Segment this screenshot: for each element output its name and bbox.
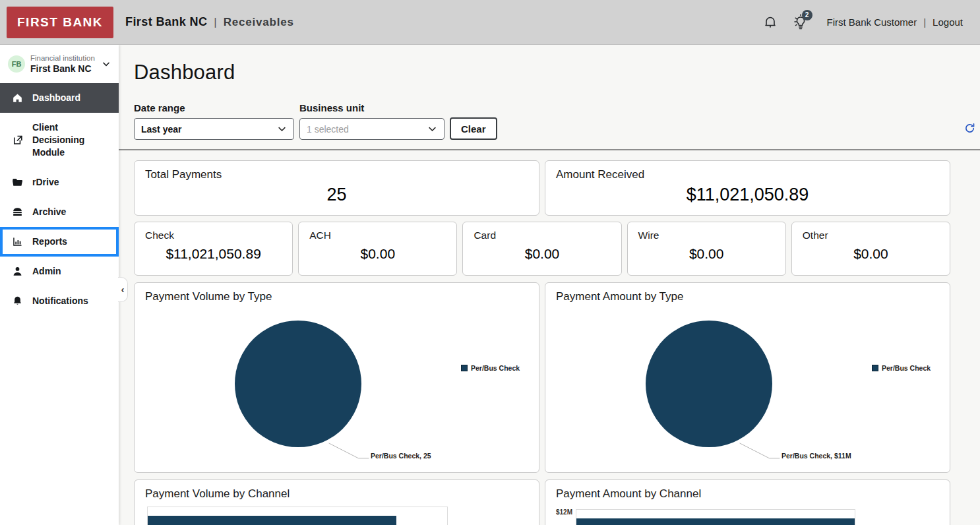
financial-institution-name: First Bank NC	[30, 63, 95, 74]
legend-label: Per/Bus Check	[882, 364, 931, 372]
date-range-value: Last year	[141, 124, 181, 135]
filter-bar: Date range Last year Business unit 1 sel…	[134, 102, 950, 140]
card-card: Card $0.00	[462, 222, 621, 276]
date-range-select[interactable]: Last year	[134, 118, 294, 140]
card-label: Total Payments	[145, 168, 528, 181]
payment-amount-by-channel-chart: Payment Amount by Channel $12M	[545, 479, 950, 525]
sidebar-item-label: Archive	[32, 206, 66, 218]
refresh-icon[interactable]	[964, 122, 976, 135]
legend-swatch	[461, 365, 468, 371]
external-link-icon	[11, 134, 24, 146]
card-value: $11,021,050.89	[556, 185, 939, 205]
logout-link[interactable]: Logout	[933, 16, 963, 28]
sidebar-item-label: Reports	[32, 235, 67, 248]
chart-title: Payment Volume by Channel	[145, 487, 528, 501]
sidebar-item-reports[interactable]: Reports	[0, 227, 119, 257]
chart-legend: Per/Bus Check	[872, 364, 931, 372]
sidebar-item-client-decisioning-module[interactable]: Client Decisioning Module	[0, 113, 119, 168]
legend-swatch	[872, 365, 878, 371]
card-value: $0.00	[803, 246, 939, 262]
sidebar-item-rdrive[interactable]: rDrive	[0, 168, 119, 197]
amount-received-card: Amount Received $11,021,050.89	[545, 160, 950, 216]
bell-icon[interactable]	[762, 15, 778, 30]
user-icon	[11, 265, 24, 278]
financial-institution-selector[interactable]: FB Financial institution First Bank NC	[0, 45, 119, 83]
home-icon	[11, 92, 24, 104]
other-card: Other $0.00	[791, 222, 950, 276]
sidebar-item-notifications[interactable]: Notifications	[0, 286, 119, 316]
card-label: Wire	[638, 230, 775, 241]
wire-card: Wire $0.00	[627, 222, 786, 276]
insights-badge: 2	[802, 10, 812, 20]
user-divider: |	[923, 16, 926, 28]
sidebar-item-label: Dashboard	[32, 92, 80, 104]
institution-name: First Bank NC	[125, 15, 207, 29]
card-label: Check	[145, 230, 282, 241]
card-value: $0.00	[309, 246, 446, 262]
sidebar-item-label: Notifications	[32, 295, 88, 307]
breadcrumb: First Bank NC | Receivables	[125, 15, 294, 29]
brand-divider: |	[214, 16, 216, 29]
insights-lightbulb-icon[interactable]: 2	[791, 13, 810, 32]
pie-slice-per-bus-check[interactable]	[235, 321, 361, 447]
payment-volume-by-type-chart: Payment Volume by Type Per/Bus Check, 25…	[134, 282, 539, 473]
bell-icon	[11, 295, 24, 307]
sidebar-nav: Dashboard Client Decisioning Module rDri…	[0, 83, 119, 316]
sidebar-item-dashboard[interactable]: Dashboard	[0, 83, 119, 113]
pie-data-label: Per/Bus Check, $11M	[781, 452, 851, 460]
chevron-down-icon	[427, 124, 437, 134]
chevron-down-icon	[277, 124, 287, 134]
card-label: Card	[474, 230, 610, 241]
card-label: Amount Received	[556, 168, 939, 181]
chart-title: Payment Volume by Type	[145, 290, 528, 303]
chevron-left-icon: ‹	[121, 284, 125, 295]
pie-slice-per-bus-check[interactable]	[646, 321, 772, 447]
pie-data-label: Per/Bus Check, 25	[371, 452, 431, 460]
chart-legend: Per/Bus Check	[461, 364, 520, 372]
card-value: $0.00	[474, 246, 610, 262]
payment-volume-by-channel-chart: Payment Volume by Channel	[134, 479, 539, 525]
legend-label: Per/Bus Check	[471, 364, 520, 372]
avatar: FB	[8, 55, 25, 73]
chart-title: Payment Amount by Channel	[556, 487, 939, 501]
card-value: $0.00	[638, 246, 775, 262]
total-payments-card: Total Payments 25	[134, 160, 539, 216]
sidebar-item-label: rDrive	[32, 176, 59, 189]
horizontal-bar[interactable]	[576, 518, 855, 525]
chart-title: Payment Amount by Type	[556, 290, 939, 303]
horizontal-bar[interactable]	[148, 516, 396, 525]
sidebar: FB Financial institution First Bank NC D…	[0, 45, 119, 525]
card-label: ACH	[309, 230, 446, 241]
financial-institution-label: Financial institution	[30, 54, 95, 62]
archive-icon	[11, 206, 24, 218]
card-value: $11,021,050.89	[145, 246, 282, 262]
business-unit-label: Business unit	[299, 102, 444, 113]
chevron-down-icon	[102, 59, 111, 69]
section-divider	[119, 149, 980, 150]
business-unit-value: 1 selected	[307, 124, 349, 135]
sidebar-item-label: Admin	[32, 265, 61, 278]
sidebar-item-admin[interactable]: Admin	[0, 257, 119, 286]
card-label: Other	[803, 230, 939, 241]
sidebar-collapse-button[interactable]: ‹	[118, 277, 128, 302]
ach-card: ACH $0.00	[298, 222, 457, 276]
clear-button[interactable]: Clear	[450, 117, 497, 140]
date-range-label: Date range	[134, 102, 294, 113]
plot-area	[576, 509, 855, 525]
app-header: FIRST BANK First Bank NC | Receivables 2…	[0, 0, 980, 45]
business-unit-select[interactable]: 1 selected	[299, 118, 444, 140]
user-name: First Bank Customer	[827, 16, 917, 28]
main-content: Dashboard Date range Last year Business …	[119, 45, 980, 525]
folder-icon	[11, 176, 24, 189]
check-card: Check $11,021,050.89	[134, 222, 293, 276]
sidebar-item-archive[interactable]: Archive	[0, 197, 119, 227]
card-value: 25	[145, 185, 528, 205]
payment-amount-by-type-chart: Payment Amount by Type Per/Bus Check, $1…	[545, 282, 950, 473]
bar-chart-icon	[11, 235, 24, 248]
plot-area	[147, 507, 448, 525]
sidebar-item-label: Client Decisioning Module	[32, 121, 111, 159]
page-title: Dashboard	[134, 61, 950, 84]
first-bank-logo: FIRST BANK	[7, 7, 113, 38]
product-name: Receivables	[224, 16, 294, 29]
y-axis-tick: $12M	[556, 509, 572, 516]
